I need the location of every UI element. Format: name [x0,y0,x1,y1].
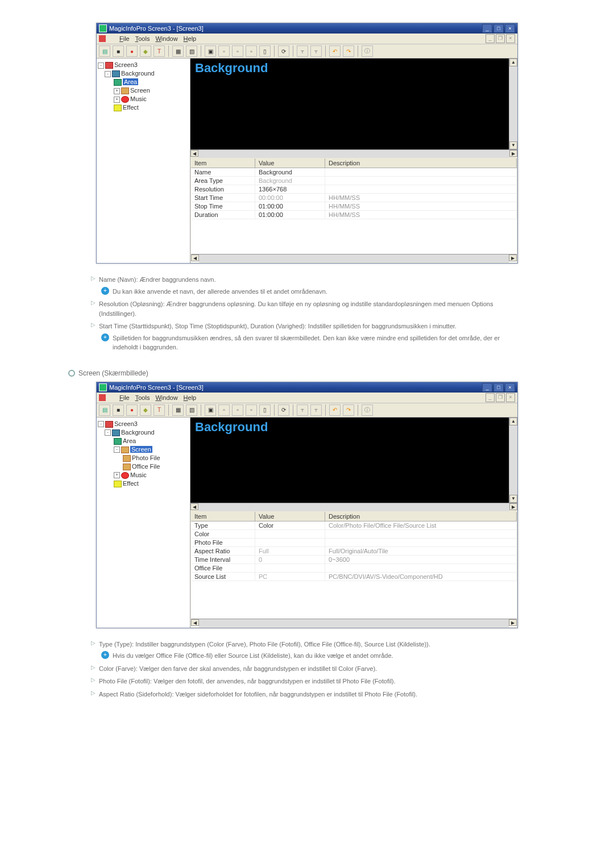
mdi-minimize-button[interactable]: _ [486,34,495,43]
property-row[interactable]: Area TypeBackground [191,177,517,185]
doc-resolution: ▷ Resolution (Opløsning): Ændrer baggrun… [91,299,523,318]
toolbar-icon[interactable]: ▧ [186,404,197,416]
vertical-scrollbar[interactable]: ▲▼ [509,59,517,149]
menu-tools[interactable]: Tools [135,394,150,401]
doc-type: ▷ Type (Type): Indstiller baggrundstypen… [91,640,523,649]
menu-help[interactable]: Help [184,35,197,42]
toolbar-icon[interactable]: ᴛ [297,45,308,57]
toolbar-icon[interactable]: ▤ [99,404,110,416]
tree-photo-file[interactable]: Photo File [98,454,189,462]
mdi-close-button[interactable]: × [506,393,515,402]
horizontal-scrollbar[interactable]: ◀▶ [190,149,517,158]
property-row[interactable]: Office File [191,564,517,573]
tree-effect[interactable]: Effect [98,103,189,112]
menu-file[interactable]: File [119,394,130,401]
mdi-minimize-button[interactable]: _ [486,393,495,402]
menubar-row: File Tools Window Help _ ❐ × [97,393,517,403]
menu-window[interactable]: Window [155,394,177,401]
tree-effect[interactable]: Effect [98,479,189,488]
doc-icon [99,394,106,401]
toolbar-icon[interactable]: T [154,404,165,416]
toolbar-icon[interactable]: ᴛ [297,404,308,416]
minimize-button[interactable]: _ [482,24,492,33]
horizontal-scrollbar[interactable]: ◀▶ [191,254,517,262]
tree-root[interactable]: -Screen3 [98,420,189,428]
tree-root[interactable]: -Screen3 [98,61,189,69]
toolbar-icon[interactable]: ▫ [232,404,243,416]
toolbar-icon[interactable]: ᴛ [310,404,322,416]
menu-file[interactable]: File [119,35,130,42]
property-row[interactable]: Resolution1366×768 [191,185,517,194]
toolbar-icon[interactable]: ᴛ [310,45,322,57]
toolbar-icon[interactable]: ▫ [218,45,230,57]
tree-music[interactable]: +Music [98,95,189,103]
property-row[interactable]: Photo File [191,539,517,547]
toolbar-icon[interactable]: ◆ [140,45,151,57]
property-row[interactable]: Color [191,530,517,539]
tree-area[interactable]: Area [98,437,189,445]
toolbar-icon[interactable]: ▯ [259,45,271,57]
close-button[interactable]: × [505,24,515,33]
toolbar-icon[interactable]: ■ [113,404,124,416]
toolbar-icon[interactable]: ⟳ [278,404,289,416]
property-row[interactable]: TypeColorColor/Photo File/Office File/So… [191,521,517,530]
property-row[interactable]: Stop Time01:00:00HH/MM/SS [191,202,517,211]
toolbar-icon[interactable]: ▣ [205,45,216,57]
redo-icon[interactable]: ↷ [343,45,354,57]
tree-screen[interactable]: +Screen [98,86,189,95]
toolbar-icon[interactable]: ▯ [259,404,271,416]
toolbar-icon[interactable]: ▦ [172,404,184,416]
mdi-restore-button[interactable]: ❐ [496,34,505,43]
toolbar-icon[interactable]: ⟳ [278,45,289,57]
property-header: Item Value Description [191,158,517,168]
toolbar-icon[interactable]: T [154,45,165,57]
menu-tools[interactable]: Tools [135,35,150,42]
toolbar-icon[interactable]: ▫ [246,404,257,416]
horizontal-scrollbar[interactable]: ◀▶ [190,503,517,511]
property-row[interactable]: Time Interval00~3600 [191,556,517,564]
toolbar-icon[interactable]: ◆ [140,404,151,416]
close-button[interactable]: × [505,383,515,392]
undo-icon[interactable]: ↶ [329,45,341,57]
maximize-button[interactable]: □ [493,24,504,33]
horizontal-scrollbar[interactable]: ◀▶ [191,619,517,627]
toolbar-icon[interactable]: ■ [113,45,124,57]
tree-office-file[interactable]: Office File [98,462,189,471]
toolbar-icon[interactable]: ▫ [218,404,230,416]
info-icon[interactable]: ⓘ [362,404,373,416]
toolbar-icon[interactable]: ▫ [232,45,243,57]
toolbar-icon[interactable]: ● [126,45,138,57]
maximize-button[interactable]: □ [493,383,504,392]
right-panel: Background ▲▼ ◀▶ Item Value Description … [190,418,517,628]
toolbar-icon[interactable]: ▫ [246,45,257,57]
toolbar-icon[interactable]: ▧ [186,45,197,57]
tree-background[interactable]: -Background [98,69,189,78]
doc-name-note: + Du kan ikke anvende et navn, der aller… [101,287,523,297]
redo-icon[interactable]: ↷ [343,404,354,416]
toolbar-icon[interactable]: ▣ [205,404,216,416]
titlebar: MagicInfoPro Screen3 - [Screen3] _ □ × [97,382,517,393]
property-row[interactable]: Duration01:00:00HH/MM/SS [191,211,517,219]
property-row[interactable]: Aspect RatioFullFull/Original/Auto/Tile [191,547,517,556]
app-window-1: MagicInfoPro Screen3 - [Screen3] _ □ × F… [96,23,518,264]
property-row[interactable]: Source ListPCPC/BNC/DVI/AV/S-Video/Compo… [191,573,517,581]
property-row[interactable]: NameBackground [191,168,517,177]
toolbar-icon[interactable]: ▤ [99,45,110,57]
menu-window[interactable]: Window [155,35,177,42]
menu-help[interactable]: Help [184,394,197,401]
tree-music[interactable]: +Music [98,471,189,479]
mdi-close-button[interactable]: × [506,34,515,43]
tree-screen[interactable]: -Screen [98,445,189,454]
vertical-scrollbar[interactable]: ▲▼ [509,418,517,503]
toolbar-icon[interactable]: ● [126,404,138,416]
mdi-restore-button[interactable]: ❐ [496,393,505,402]
minimize-button[interactable]: _ [482,383,492,392]
info-icon[interactable]: ⓘ [362,45,373,57]
tree-background[interactable]: -Background [98,428,189,437]
tree-area[interactable]: Area [98,78,189,86]
property-row[interactable]: Start Time00:00:00HH/MM/SS [191,194,517,202]
undo-icon[interactable]: ↶ [329,404,341,416]
doc-name: ▷ Name (Navn): Ændrer baggrundens navn. [91,275,523,285]
property-header: Item Value Description [191,512,517,521]
toolbar-icon[interactable]: ▦ [172,45,184,57]
